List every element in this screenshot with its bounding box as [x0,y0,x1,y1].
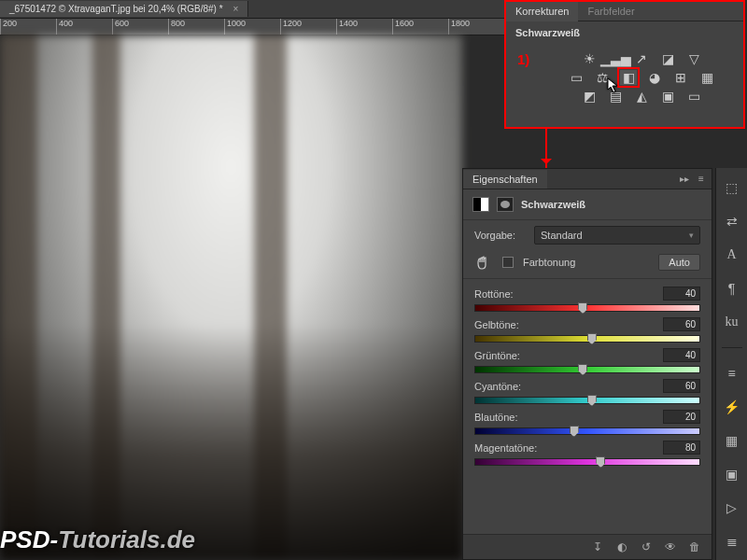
slider-thumb[interactable] [570,426,579,437]
chevron-updown-icon: ▾ [689,231,694,240]
paragraph-panel-icon[interactable]: ¶ [722,278,742,299]
watermark-post: Tutorials.de [58,525,195,553]
slider-row: Grüntöne:40 [463,344,712,375]
slider-label: Magentatöne: [474,442,537,454]
vibrance-icon[interactable]: ▽ [685,51,702,66]
reset-icon[interactable]: ↺ [639,540,654,553]
layer-mask-icon[interactable] [497,197,514,212]
collapse-icon[interactable]: ▸▸ [678,173,691,186]
slider-thumb[interactable] [578,364,587,375]
adjustments-panel-tabs: Korrekturen Farbfelder [506,2,743,21]
brightness-icon[interactable]: ☀ [581,51,598,66]
threshold-icon[interactable]: ◭ [633,89,650,104]
close-icon[interactable]: × [233,4,238,14]
posterize-icon[interactable]: ▤ [607,89,624,104]
grid2-panel-icon[interactable]: ▦ [722,430,742,451]
document-tab-label: _67501472 © XtravaganT.jpg bei 20,4% (RG… [9,4,223,14]
slider-label: Rottöne: [474,288,514,300]
selective-color-icon[interactable]: ▣ [659,89,676,104]
balance-icon[interactable]: ⚖ [594,70,611,85]
properties-footer: ↧◐↺👁🗑 [463,534,712,559]
tutorial-arrow [545,129,547,168]
bw-sliders: Rottöne:40Gelbtöne:60Grüntöne:40Cyantöne… [463,279,712,473]
gradient-map-icon[interactable]: ▭ [685,89,702,104]
slider-thumb[interactable] [587,395,597,406]
delete-icon[interactable]: 🗑 [687,540,702,553]
ruler-tick: 200 [0,19,56,35]
swap-panel-icon[interactable]: ⇄ [722,211,742,231]
ruler-tick: 1200 [280,19,336,35]
image-panel-icon[interactable]: ▣ [722,464,742,484]
curves-icon[interactable]: ↗ [633,51,650,66]
preset-row: Vorgabe: Standard ▾ [463,220,712,250]
slider-track[interactable] [474,458,700,466]
adjustments-panel-callout: Korrekturen Farbfelder Schwarzweiß 1) ☀▁… [504,0,745,129]
slider-track[interactable] [474,397,700,404]
document-tab[interactable]: _67501472 © XtravaganT.jpg bei 20,4% (RG… [0,1,248,17]
align-panel-icon[interactable]: ≡ [722,363,742,384]
watermark-pre: PSD- [0,525,58,553]
slider-thumb[interactable] [587,333,597,344]
menu-panel-icon[interactable]: ≣ [722,531,742,552]
slider-track[interactable] [474,304,700,312]
panel-menu-icon[interactable]: ≡ [695,173,708,186]
properties-panel: Eigenschaften ▸▸ ≡ Schwarzweiß Vorgabe: … [462,168,712,560]
slider-value-input[interactable]: 60 [663,317,700,331]
adjustments-hover-title: Schwarzweiß [506,21,743,44]
canvas-image[interactable] [0,35,462,560]
slider-track[interactable] [474,335,700,343]
targeted-adjust-tool-icon[interactable] [474,254,493,271]
hue-sat-icon[interactable]: ▭ [568,70,585,85]
slider-label: Cyantöne: [474,381,521,392]
tutorial-step-label: 1) [517,51,529,67]
slider-value-input[interactable]: 40 [663,287,700,301]
previous-state-icon[interactable]: ◐ [614,540,629,553]
visibility-icon[interactable]: 👁 [663,540,678,553]
slider-value-input[interactable]: 60 [663,379,700,393]
slider-row: Rottöne:40 [463,283,712,314]
slider-row: Gelbtöne:60 [463,314,712,344]
slider-track[interactable] [474,427,700,435]
tab-korrekturen[interactable]: Korrekturen [506,2,578,21]
tab-eigenschaften[interactable]: Eigenschaften [463,170,547,189]
type-panel-icon[interactable]: A [722,245,742,265]
exposure-icon[interactable]: ◪ [659,51,676,66]
tab-farbfelder[interactable]: Farbfelder [578,2,643,21]
ruler-tick: 1800 [448,19,504,35]
invert-icon[interactable]: ◩ [581,89,598,104]
slider-thumb[interactable] [596,456,605,468]
collapsed-panels-strip: ⬚⇄A¶ku≡⚡▦▣▷≣ [715,168,747,560]
preset-select[interactable]: Standard ▾ [534,226,700,245]
slider-label: Grüntöne: [474,350,520,361]
channel-mixer-icon[interactable]: ⊞ [672,70,689,85]
slider-row: Cyantöne:60 [463,375,712,406]
clip-to-layer-icon[interactable]: ↧ [590,540,605,553]
3d-panel-icon[interactable]: ⬚ [722,177,742,198]
adjustment-name: Schwarzweiß [521,199,585,210]
tint-row: Farbtonung Auto [463,250,712,279]
color-lookup-icon[interactable]: ▦ [698,70,715,85]
document-tab-bar: _67501472 © XtravaganT.jpg bei 20,4% (RG… [0,0,504,19]
bw-icon[interactable]: ◧ [620,70,637,85]
slider-track[interactable] [474,366,700,373]
slider-thumb[interactable] [578,302,587,314]
levels-icon[interactable]: ▁▃▅ [607,51,624,66]
bw-adjustment-icon[interactable] [472,197,489,212]
kuler-panel-icon[interactable]: ku [722,312,742,332]
tint-label: Farbtonung [523,257,575,268]
tint-checkbox[interactable] [502,257,514,268]
horizontal-ruler: 2004006008001000120014001600180020002200… [0,19,504,35]
slider-label: Blautöne: [474,412,517,423]
play-panel-icon[interactable]: ▷ [722,497,742,518]
preset-label: Vorgabe: [474,230,527,241]
slider-value-input[interactable]: 20 [663,410,700,424]
auto-button[interactable]: Auto [658,254,700,271]
photo-filter-icon[interactable]: ◕ [646,70,663,85]
watermark: PSD-Tutorials.de [0,525,195,554]
preset-value: Standard [541,230,583,241]
slider-value-input[interactable]: 40 [663,348,700,362]
ruler-tick: 600 [112,19,168,35]
ruler-tick: 800 [168,19,224,35]
lightning-panel-icon[interactable]: ⚡ [722,397,742,417]
slider-value-input[interactable]: 80 [663,441,700,455]
